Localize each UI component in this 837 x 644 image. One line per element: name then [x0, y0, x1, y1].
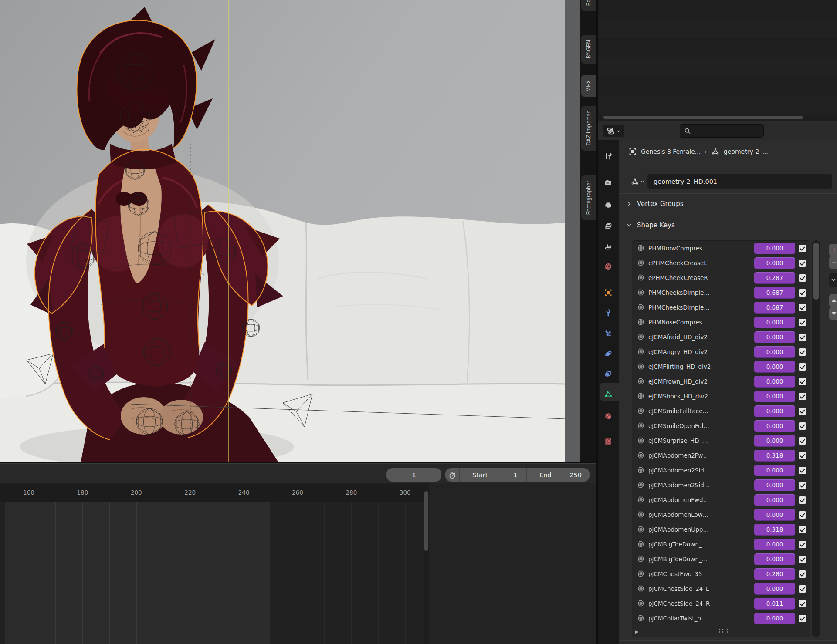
shape-key-row[interactable]: eJCMFrown_HD_div2 0.000	[632, 374, 810, 389]
shape-key-name[interactable]: pJCMBigToeDown_…	[648, 541, 751, 548]
breadcrumb-data[interactable]: geometry-2_...	[724, 148, 768, 155]
shape-key-row[interactable]: pJCMAbdomenLow… 0.000	[632, 507, 810, 522]
list-resize-grip[interactable]	[719, 629, 730, 634]
shape-key-row[interactable]: pJCMBigToeDown_… 0.000	[632, 537, 810, 552]
shape-key-enabled-checkbox[interactable]	[799, 393, 806, 400]
timeline-vertical-scrollbar[interactable]	[424, 485, 429, 644]
tab-physics-icon[interactable]	[598, 347, 619, 360]
list-filter-expand-icon[interactable]: ▶	[635, 629, 639, 634]
sidebar-category-tab[interactable]: Baga	[581, 0, 596, 11]
shape-key-value-slider[interactable]: 0.000	[754, 361, 795, 373]
list-scrollbar[interactable]	[812, 240, 820, 637]
shape-key-row[interactable]: pJCMAbdomenFwd… 0.000	[632, 492, 810, 507]
tab-material-icon[interactable]	[598, 410, 619, 423]
vertex-groups-panel-header[interactable]: Vertex Groups	[619, 193, 837, 214]
shape-key-enabled-checkbox[interactable]	[799, 319, 806, 326]
shape-key-name[interactable]: ePHMCheekCreaseR	[648, 274, 751, 281]
sidebar-category-tab[interactable]: DAZ Importer	[581, 106, 596, 151]
shape-key-row[interactable]: PHMNoseCompres… 0.000	[632, 315, 810, 330]
datablock-selector-button[interactable]	[627, 174, 647, 189]
shape-key-enabled-checkbox[interactable]	[799, 334, 806, 341]
shape-key-value-slider[interactable]: 0.687	[754, 287, 795, 299]
shape-key-name[interactable]: PHMCheeksDimple…	[648, 304, 751, 311]
shape-key-value-slider[interactable]: 0.280	[754, 568, 795, 580]
shape-key-enabled-checkbox[interactable]	[799, 541, 806, 548]
shape-key-value-slider[interactable]: 0.000	[754, 509, 795, 521]
shape-key-enabled-checkbox[interactable]	[799, 556, 806, 563]
properties-search[interactable]	[680, 124, 764, 138]
shape-key-row[interactable]: pJCMCollarTwist_n… 0.000	[632, 611, 810, 626]
shape-key-enabled-checkbox[interactable]	[799, 408, 806, 415]
shape-key-name[interactable]: pJCMChestSide_24_L	[648, 585, 751, 592]
shape-key-name[interactable]: eJCMSmileFullFace…	[648, 408, 751, 415]
breadcrumb-object[interactable]: Genesis 8 Female...	[641, 148, 701, 155]
shape-keys-panel-header[interactable]: Shape Keys	[619, 215, 837, 236]
shape-key-name[interactable]: eJCMSmileOpenFul…	[648, 422, 751, 429]
shape-key-row[interactable]: ePHMCheekCreaseL 0.000	[632, 256, 810, 270]
shape-key-move-down-button[interactable]	[829, 307, 837, 320]
shape-key-name[interactable]: pJCMCollarTwist_n…	[648, 615, 751, 622]
tab-particles-icon[interactable]	[598, 327, 619, 340]
shape-key-row[interactable]: pJCMAbdomenUpp… 0.318	[632, 522, 810, 537]
list-scrollbar-thumb[interactable]	[813, 243, 819, 300]
shape-key-row[interactable]: pJCMBigToeDown_… 0.000	[632, 552, 810, 566]
shape-key-name[interactable]: pJCMBigToeDown_…	[648, 556, 751, 563]
shape-key-row[interactable]: eJCMAngry_HD_div2 0.000	[632, 344, 810, 359]
shape-key-value-slider[interactable]: 0.000	[754, 583, 795, 595]
shape-key-value-slider[interactable]: 0.000	[754, 317, 795, 328]
shape-key-name[interactable]: pJCMChestSide_24_R	[648, 600, 751, 607]
shape-key-enabled-checkbox[interactable]	[799, 452, 806, 459]
shape-key-enabled-checkbox[interactable]	[799, 570, 806, 578]
shape-key-enabled-checkbox[interactable]	[799, 422, 806, 430]
tab-modifiers-icon[interactable]	[598, 306, 619, 319]
shape-key-enabled-checkbox[interactable]	[799, 526, 806, 533]
shape-key-enabled-checkbox[interactable]	[799, 496, 806, 504]
shape-key-name[interactable]: pJCMAbdomenUpp…	[648, 526, 751, 533]
shape-key-name[interactable]: eJCMFlirting_HD_div2	[648, 363, 751, 370]
shape-key-value-slider[interactable]: 0.000	[754, 494, 795, 506]
shape-key-enabled-checkbox[interactable]	[799, 585, 806, 593]
tab-view-layer-icon[interactable]	[598, 220, 619, 233]
shape-key-row[interactable]: eJCMFlirting_HD_div2 0.000	[632, 359, 810, 374]
3d-viewport[interactable]	[0, 0, 565, 463]
shape-key-enabled-checkbox[interactable]	[799, 274, 806, 282]
shape-key-row[interactable]: pJCMChestFwd_35 0.280	[632, 566, 810, 581]
shape-key-name[interactable]: eJCMFrown_HD_div2	[648, 378, 751, 385]
shape-key-value-slider[interactable]: 0.000	[754, 391, 795, 402]
shape-key-value-slider[interactable]: 0.000	[754, 465, 795, 476]
tab-render-icon[interactable]	[598, 176, 619, 189]
shape-key-name[interactable]: PHMCheeksDimple…	[648, 289, 751, 296]
shape-key-row[interactable]: eJCMShock_HD_div2 0.000	[632, 389, 810, 404]
shape-key-name[interactable]: pJCMAbdomenFwd…	[648, 496, 751, 503]
shape-key-name[interactable]: pJCMAbdomenLow…	[648, 511, 751, 518]
shape-key-enabled-checkbox[interactable]	[799, 289, 806, 297]
tab-texture-icon[interactable]	[598, 435, 619, 448]
shape-key-enabled-checkbox[interactable]	[799, 615, 806, 622]
shape-key-row[interactable]: eJCMSmileFullFace… 0.000	[632, 404, 810, 418]
shape-key-row[interactable]: pJCMChestSide_24_L 0.000	[632, 581, 810, 596]
shape-key-value-slider[interactable]: 0.011	[754, 598, 795, 610]
sidebar-category-tab[interactable]: BY-GEN	[581, 35, 596, 64]
preview-range-button[interactable]	[445, 468, 459, 482]
shape-key-enabled-checkbox[interactable]	[799, 260, 806, 267]
shape-key-name[interactable]: eJCMSurprise_HD_…	[648, 437, 751, 444]
shape-key-name[interactable]: ePHMCheekCreaseL	[648, 260, 751, 266]
shape-key-enabled-checkbox[interactable]	[799, 304, 806, 311]
shape-key-value-slider[interactable]: 0.000	[754, 539, 795, 550]
current-frame-field[interactable]: 1	[386, 468, 441, 482]
editor-type-button[interactable]	[603, 125, 624, 137]
shape-key-value-slider[interactable]: 0.000	[754, 613, 795, 624]
shape-key-name[interactable]: eJCMAfraid_HD_div2	[648, 334, 751, 341]
shape-key-move-up-button[interactable]	[829, 294, 837, 307]
shape-key-enabled-checkbox[interactable]	[799, 245, 806, 252]
shape-key-value-slider[interactable]: 0.000	[754, 346, 795, 358]
shape-key-enabled-checkbox[interactable]	[799, 378, 806, 385]
shape-key-value-slider[interactable]: 0.000	[754, 376, 795, 388]
shape-key-value-slider[interactable]: 0.000	[754, 405, 795, 417]
shape-key-value-slider[interactable]: 0.000	[754, 331, 795, 343]
shape-key-enabled-checkbox[interactable]	[799, 437, 806, 445]
tab-scene-icon[interactable]	[598, 240, 619, 253]
shape-key-enabled-checkbox[interactable]	[799, 482, 806, 489]
shape-key-enabled-checkbox[interactable]	[799, 363, 806, 371]
shape-key-enabled-checkbox[interactable]	[799, 511, 806, 519]
